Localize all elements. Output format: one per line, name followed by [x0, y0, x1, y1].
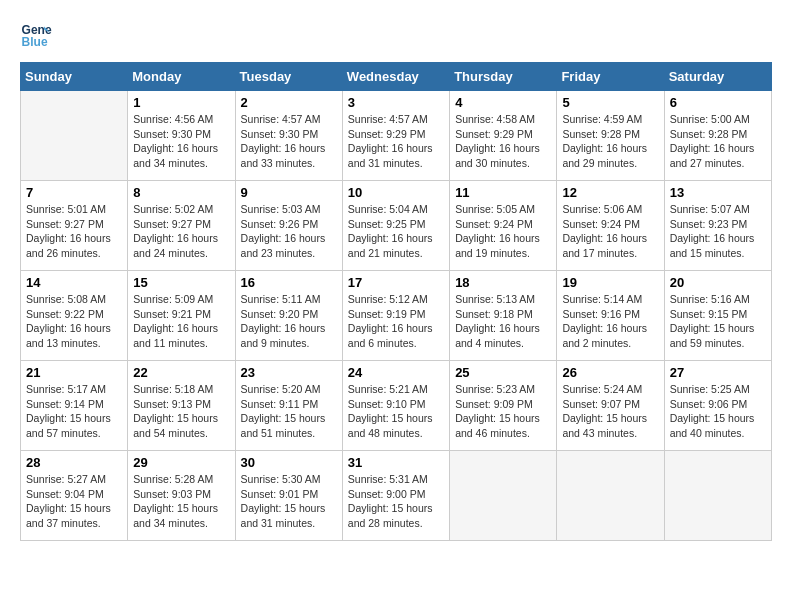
day-info: Sunrise: 5:05 AM Sunset: 9:24 PM Dayligh… — [455, 202, 551, 261]
day-info: Sunrise: 5:23 AM Sunset: 9:09 PM Dayligh… — [455, 382, 551, 441]
day-number: 25 — [455, 365, 551, 380]
day-number: 28 — [26, 455, 122, 470]
day-number: 21 — [26, 365, 122, 380]
calendar-cell: 25Sunrise: 5:23 AM Sunset: 9:09 PM Dayli… — [450, 361, 557, 451]
day-number: 30 — [241, 455, 337, 470]
day-info: Sunrise: 5:11 AM Sunset: 9:20 PM Dayligh… — [241, 292, 337, 351]
day-info: Sunrise: 5:00 AM Sunset: 9:28 PM Dayligh… — [670, 112, 766, 171]
day-number: 4 — [455, 95, 551, 110]
calendar-cell: 22Sunrise: 5:18 AM Sunset: 9:13 PM Dayli… — [128, 361, 235, 451]
day-info: Sunrise: 4:58 AM Sunset: 9:29 PM Dayligh… — [455, 112, 551, 171]
calendar-cell: 1Sunrise: 4:56 AM Sunset: 9:30 PM Daylig… — [128, 91, 235, 181]
day-info: Sunrise: 5:28 AM Sunset: 9:03 PM Dayligh… — [133, 472, 229, 531]
day-info: Sunrise: 5:24 AM Sunset: 9:07 PM Dayligh… — [562, 382, 658, 441]
day-number: 9 — [241, 185, 337, 200]
day-number: 31 — [348, 455, 444, 470]
day-info: Sunrise: 5:06 AM Sunset: 9:24 PM Dayligh… — [562, 202, 658, 261]
day-number: 6 — [670, 95, 766, 110]
day-info: Sunrise: 5:09 AM Sunset: 9:21 PM Dayligh… — [133, 292, 229, 351]
calendar-cell: 17Sunrise: 5:12 AM Sunset: 9:19 PM Dayli… — [342, 271, 449, 361]
day-info: Sunrise: 5:04 AM Sunset: 9:25 PM Dayligh… — [348, 202, 444, 261]
calendar-header-friday: Friday — [557, 63, 664, 91]
day-info: Sunrise: 5:07 AM Sunset: 9:23 PM Dayligh… — [670, 202, 766, 261]
calendar-cell: 9Sunrise: 5:03 AM Sunset: 9:26 PM Daylig… — [235, 181, 342, 271]
calendar-cell: 11Sunrise: 5:05 AM Sunset: 9:24 PM Dayli… — [450, 181, 557, 271]
calendar-cell: 23Sunrise: 5:20 AM Sunset: 9:11 PM Dayli… — [235, 361, 342, 451]
calendar-cell: 20Sunrise: 5:16 AM Sunset: 9:15 PM Dayli… — [664, 271, 771, 361]
day-info: Sunrise: 5:14 AM Sunset: 9:16 PM Dayligh… — [562, 292, 658, 351]
day-info: Sunrise: 5:31 AM Sunset: 9:00 PM Dayligh… — [348, 472, 444, 531]
day-number: 18 — [455, 275, 551, 290]
day-number: 10 — [348, 185, 444, 200]
logo-icon: General Blue — [20, 20, 52, 52]
logo: General Blue — [20, 20, 52, 52]
day-info: Sunrise: 5:27 AM Sunset: 9:04 PM Dayligh… — [26, 472, 122, 531]
day-info: Sunrise: 4:59 AM Sunset: 9:28 PM Dayligh… — [562, 112, 658, 171]
calendar-cell: 19Sunrise: 5:14 AM Sunset: 9:16 PM Dayli… — [557, 271, 664, 361]
day-info: Sunrise: 5:17 AM Sunset: 9:14 PM Dayligh… — [26, 382, 122, 441]
calendar-cell: 29Sunrise: 5:28 AM Sunset: 9:03 PM Dayli… — [128, 451, 235, 541]
week-row-3: 14Sunrise: 5:08 AM Sunset: 9:22 PM Dayli… — [21, 271, 772, 361]
week-row-1: 1Sunrise: 4:56 AM Sunset: 9:30 PM Daylig… — [21, 91, 772, 181]
calendar-cell: 24Sunrise: 5:21 AM Sunset: 9:10 PM Dayli… — [342, 361, 449, 451]
day-info: Sunrise: 4:57 AM Sunset: 9:29 PM Dayligh… — [348, 112, 444, 171]
day-info: Sunrise: 5:03 AM Sunset: 9:26 PM Dayligh… — [241, 202, 337, 261]
calendar-cell: 18Sunrise: 5:13 AM Sunset: 9:18 PM Dayli… — [450, 271, 557, 361]
day-number: 5 — [562, 95, 658, 110]
day-info: Sunrise: 4:56 AM Sunset: 9:30 PM Dayligh… — [133, 112, 229, 171]
day-info: Sunrise: 4:57 AM Sunset: 9:30 PM Dayligh… — [241, 112, 337, 171]
day-number: 24 — [348, 365, 444, 380]
day-number: 15 — [133, 275, 229, 290]
calendar-cell: 7Sunrise: 5:01 AM Sunset: 9:27 PM Daylig… — [21, 181, 128, 271]
day-number: 23 — [241, 365, 337, 380]
calendar-header-sunday: Sunday — [21, 63, 128, 91]
calendar-cell: 15Sunrise: 5:09 AM Sunset: 9:21 PM Dayli… — [128, 271, 235, 361]
calendar-cell: 10Sunrise: 5:04 AM Sunset: 9:25 PM Dayli… — [342, 181, 449, 271]
calendar-cell: 13Sunrise: 5:07 AM Sunset: 9:23 PM Dayli… — [664, 181, 771, 271]
day-number: 27 — [670, 365, 766, 380]
day-info: Sunrise: 5:20 AM Sunset: 9:11 PM Dayligh… — [241, 382, 337, 441]
calendar-cell: 4Sunrise: 4:58 AM Sunset: 9:29 PM Daylig… — [450, 91, 557, 181]
week-row-2: 7Sunrise: 5:01 AM Sunset: 9:27 PM Daylig… — [21, 181, 772, 271]
calendar-cell — [450, 451, 557, 541]
calendar-cell: 31Sunrise: 5:31 AM Sunset: 9:00 PM Dayli… — [342, 451, 449, 541]
calendar-cell: 3Sunrise: 4:57 AM Sunset: 9:29 PM Daylig… — [342, 91, 449, 181]
day-number: 8 — [133, 185, 229, 200]
calendar-cell: 2Sunrise: 4:57 AM Sunset: 9:30 PM Daylig… — [235, 91, 342, 181]
calendar-cell: 6Sunrise: 5:00 AM Sunset: 9:28 PM Daylig… — [664, 91, 771, 181]
day-number: 1 — [133, 95, 229, 110]
day-number: 13 — [670, 185, 766, 200]
calendar-cell: 28Sunrise: 5:27 AM Sunset: 9:04 PM Dayli… — [21, 451, 128, 541]
calendar-cell: 8Sunrise: 5:02 AM Sunset: 9:27 PM Daylig… — [128, 181, 235, 271]
calendar-header-wednesday: Wednesday — [342, 63, 449, 91]
calendar-cell — [557, 451, 664, 541]
day-info: Sunrise: 5:16 AM Sunset: 9:15 PM Dayligh… — [670, 292, 766, 351]
svg-text:Blue: Blue — [22, 35, 48, 49]
day-number: 20 — [670, 275, 766, 290]
calendar-cell: 5Sunrise: 4:59 AM Sunset: 9:28 PM Daylig… — [557, 91, 664, 181]
day-info: Sunrise: 5:02 AM Sunset: 9:27 PM Dayligh… — [133, 202, 229, 261]
calendar-cell: 27Sunrise: 5:25 AM Sunset: 9:06 PM Dayli… — [664, 361, 771, 451]
calendar-cell — [664, 451, 771, 541]
day-number: 11 — [455, 185, 551, 200]
calendar-cell: 14Sunrise: 5:08 AM Sunset: 9:22 PM Dayli… — [21, 271, 128, 361]
day-info: Sunrise: 5:30 AM Sunset: 9:01 PM Dayligh… — [241, 472, 337, 531]
day-number: 29 — [133, 455, 229, 470]
calendar-cell: 21Sunrise: 5:17 AM Sunset: 9:14 PM Dayli… — [21, 361, 128, 451]
calendar-cell: 16Sunrise: 5:11 AM Sunset: 9:20 PM Dayli… — [235, 271, 342, 361]
calendar-header-monday: Monday — [128, 63, 235, 91]
calendar-header-saturday: Saturday — [664, 63, 771, 91]
week-row-5: 28Sunrise: 5:27 AM Sunset: 9:04 PM Dayli… — [21, 451, 772, 541]
calendar-header-row: SundayMondayTuesdayWednesdayThursdayFrid… — [21, 63, 772, 91]
day-info: Sunrise: 5:13 AM Sunset: 9:18 PM Dayligh… — [455, 292, 551, 351]
day-number: 12 — [562, 185, 658, 200]
day-info: Sunrise: 5:21 AM Sunset: 9:10 PM Dayligh… — [348, 382, 444, 441]
week-row-4: 21Sunrise: 5:17 AM Sunset: 9:14 PM Dayli… — [21, 361, 772, 451]
day-info: Sunrise: 5:18 AM Sunset: 9:13 PM Dayligh… — [133, 382, 229, 441]
day-number: 19 — [562, 275, 658, 290]
day-number: 16 — [241, 275, 337, 290]
calendar-cell: 12Sunrise: 5:06 AM Sunset: 9:24 PM Dayli… — [557, 181, 664, 271]
day-number: 2 — [241, 95, 337, 110]
calendar-header-thursday: Thursday — [450, 63, 557, 91]
day-number: 3 — [348, 95, 444, 110]
